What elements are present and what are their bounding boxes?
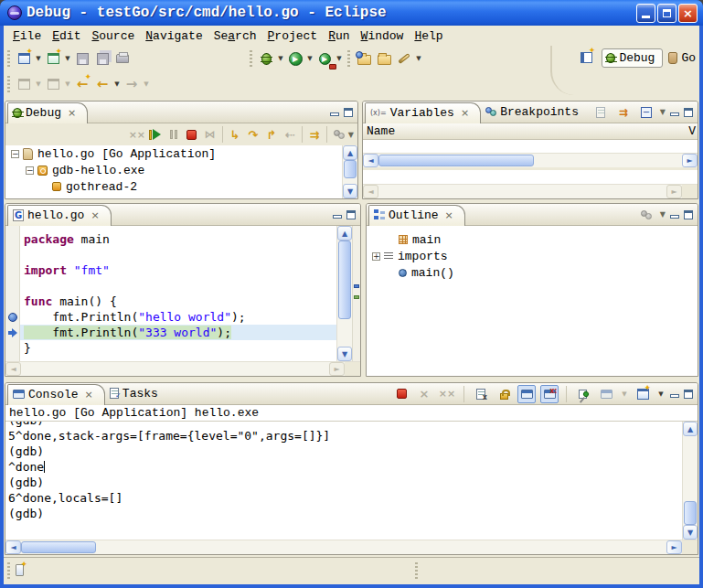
show-stdout-button[interactable] bbox=[517, 385, 536, 403]
maximize-view-button[interactable] bbox=[684, 390, 693, 399]
open-project-button[interactable] bbox=[354, 48, 374, 69]
scrollbar-track[interactable] bbox=[337, 319, 352, 347]
menu-item-window[interactable]: Window bbox=[356, 27, 410, 45]
resume-button[interactable] bbox=[146, 125, 165, 144]
console-line[interactable]: 5^done,stack-args=[frame={level="0",args… bbox=[8, 428, 682, 444]
scroll-right-button[interactable]: ► bbox=[666, 540, 682, 554]
outline-tab[interactable]: Outline × bbox=[368, 205, 465, 226]
editor-horizontal-scrollbar[interactable]: ◄ ► bbox=[5, 361, 360, 376]
title-bar[interactable]: Debug - testGo/src/cmd/hello.go - Eclips… bbox=[0, 0, 703, 26]
perspective-go-button[interactable]: Go bbox=[668, 51, 696, 65]
minimize-view-button[interactable] bbox=[333, 215, 342, 219]
outline-extra-button[interactable] bbox=[637, 206, 655, 224]
editor-tab[interactable]: G hello.go × bbox=[7, 205, 112, 226]
previous-annotation-button[interactable] bbox=[43, 74, 63, 94]
editor-gutter[interactable] bbox=[5, 226, 20, 361]
tree-row[interactable]: −hello.go [Go Application] bbox=[5, 145, 342, 162]
menu-item-run[interactable]: Run bbox=[323, 27, 355, 45]
debug-dropdown[interactable]: ▼ bbox=[276, 55, 285, 62]
code-line[interactable] bbox=[20, 247, 336, 262]
step-into-button[interactable]: ↳ bbox=[226, 125, 244, 144]
next-annotation-dropdown[interactable]: ▼ bbox=[34, 80, 43, 88]
minimize-view-button[interactable] bbox=[670, 112, 679, 116]
scrollbar-thumb[interactable] bbox=[21, 541, 96, 553]
gutter-row[interactable] bbox=[5, 262, 19, 278]
gutter-row[interactable] bbox=[5, 247, 19, 262]
console-output[interactable]: (gdb) 5^done,stack-args=[frame={level="0… bbox=[5, 422, 682, 540]
maximize-button[interactable] bbox=[657, 4, 676, 23]
open-folder-button[interactable] bbox=[374, 48, 394, 69]
breakpoint-icon[interactable] bbox=[8, 313, 17, 322]
remove-all-launches-button[interactable]: ×× bbox=[438, 385, 456, 403]
code-line[interactable] bbox=[20, 278, 336, 294]
scroll-up-button[interactable]: ▲ bbox=[337, 226, 352, 241]
console-line[interactable]: (gdb) bbox=[8, 444, 682, 459]
scrollbar-thumb[interactable] bbox=[684, 501, 697, 525]
console-line[interactable]: (gdb) bbox=[8, 475, 682, 490]
gutter-row[interactable] bbox=[5, 325, 19, 340]
show-stderr-button[interactable]: x: bbox=[540, 385, 559, 403]
minimize-view-button[interactable] bbox=[670, 215, 679, 219]
debug-vertical-scrollbar[interactable]: ▲ ▼ bbox=[342, 145, 357, 198]
scroll-down-button[interactable]: ▼ bbox=[683, 525, 698, 540]
remove-all-terminated-button[interactable]: ×× bbox=[128, 125, 146, 144]
toolbar-drag-handle[interactable] bbox=[7, 76, 10, 92]
save-all-button[interactable] bbox=[92, 48, 112, 69]
close-tab-icon[interactable]: × bbox=[445, 209, 453, 221]
step-return-button[interactable]: ↱ bbox=[262, 125, 281, 144]
terminate-button[interactable] bbox=[183, 125, 201, 144]
editor-vertical-scrollbar[interactable]: ▲ ▼ bbox=[336, 226, 352, 361]
variables-horizontal-scrollbar[interactable]: ◄ ► bbox=[363, 153, 698, 167]
scroll-left-button[interactable]: ◄ bbox=[5, 362, 21, 376]
console-terminate-button[interactable] bbox=[392, 385, 410, 403]
drop-to-frame-button[interactable]: ⇠ bbox=[281, 125, 299, 144]
display-selected-console-button[interactable] bbox=[597, 385, 615, 403]
toolbar-drag-handle[interactable] bbox=[250, 50, 252, 67]
console-line[interactable]: (gdb) bbox=[8, 506, 682, 521]
scrollbar-thumb[interactable] bbox=[378, 155, 534, 166]
view-menu-chevron-icon[interactable]: ▼ bbox=[348, 131, 354, 139]
code-line[interactable]: fmt.Println("hello world"); bbox=[20, 309, 336, 325]
tree-row[interactable]: −gdb-hello.exe bbox=[5, 162, 342, 178]
gutter-row[interactable] bbox=[5, 278, 19, 294]
menu-item-project[interactable]: Project bbox=[262, 27, 324, 45]
maximize-view-button[interactable] bbox=[346, 210, 356, 219]
scrollbar-track[interactable] bbox=[96, 540, 666, 554]
forward-dropdown[interactable]: ▼ bbox=[142, 80, 151, 88]
maximize-view-button[interactable] bbox=[684, 210, 693, 219]
toolbar-drag-handle[interactable] bbox=[7, 50, 10, 67]
clear-console-button[interactable]: x bbox=[472, 385, 490, 403]
tree-row[interactable]: main() bbox=[367, 264, 698, 281]
code-line[interactable]: } bbox=[20, 340, 336, 356]
close-button[interactable]: × bbox=[678, 4, 698, 23]
breakpoints-tab[interactable]: Breakpoints bbox=[481, 103, 590, 122]
console-vertical-scrollbar[interactable]: ▲ ▼ bbox=[682, 422, 698, 540]
external-tools-button[interactable]: ▶ bbox=[314, 48, 335, 69]
scroll-left-button[interactable]: ◄ bbox=[363, 154, 378, 167]
close-tab-icon[interactable]: × bbox=[461, 107, 469, 119]
scroll-left-button[interactable]: ◄ bbox=[5, 540, 21, 554]
overview-ruler[interactable] bbox=[352, 226, 360, 361]
show-type-names-button[interactable] bbox=[591, 103, 610, 122]
minimize-view-button[interactable] bbox=[330, 112, 339, 116]
run-dropdown[interactable]: ▼ bbox=[305, 55, 314, 62]
save-button[interactable] bbox=[72, 48, 92, 69]
display-console-dropdown[interactable]: ▼ bbox=[620, 390, 629, 398]
suspend-button[interactable] bbox=[165, 125, 183, 144]
new-wizard-button[interactable]: ✦ bbox=[43, 48, 63, 69]
gutter-row[interactable] bbox=[5, 294, 19, 309]
scroll-right-button[interactable]: ► bbox=[666, 185, 682, 198]
remove-launch-button[interactable]: × bbox=[415, 385, 433, 403]
maximize-view-button[interactable] bbox=[684, 108, 693, 117]
scrollbar-track[interactable] bbox=[534, 154, 682, 167]
fast-view-button[interactable]: ✦ bbox=[16, 564, 24, 576]
tree-row[interactable]: gothread-2 bbox=[5, 178, 342, 195]
open-console-button[interactable]: ✦ bbox=[634, 385, 652, 403]
show-logical-structure-button[interactable]: ⇉ bbox=[614, 103, 633, 122]
menu-item-file[interactable]: File bbox=[7, 27, 47, 45]
gutter-row[interactable] bbox=[5, 309, 19, 325]
step-filters-button[interactable]: ⇉ bbox=[305, 125, 324, 144]
tree-row[interactable]: +imports bbox=[367, 248, 698, 264]
scroll-right-button[interactable]: ► bbox=[329, 362, 345, 376]
scrollbar-thumb[interactable] bbox=[338, 241, 351, 319]
